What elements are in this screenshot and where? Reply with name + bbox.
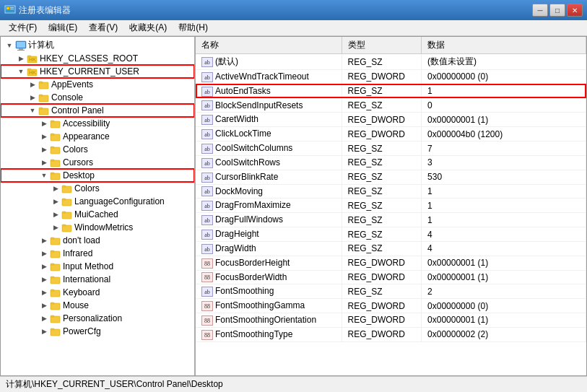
tree-item-dontload[interactable]: ▶ don't load xyxy=(1,234,194,247)
expand-btn[interactable]: ▶ xyxy=(38,274,50,285)
expand-btn[interactable]: ▶ xyxy=(38,157,50,168)
title-bar: 注册表编辑器 ─ □ ✕ xyxy=(0,0,587,20)
svg-rect-47 xyxy=(51,290,60,297)
table-row[interactable]: abCoolSwitchRowsREG_SZ3 xyxy=(196,155,586,170)
tree-item-personalization[interactable]: ▶ Personalization xyxy=(1,312,194,325)
expand-btn[interactable]: ▶ xyxy=(38,300,50,311)
expand-btn[interactable]: ▶ xyxy=(38,287,50,298)
expand-btn[interactable]: ▶ xyxy=(50,222,61,233)
table-row[interactable]: abDragFullWindowsREG_SZ1 xyxy=(196,213,586,227)
tree-item-desktop_colors[interactable]: ▶ Colors xyxy=(1,182,194,195)
table-container[interactable]: 名称 类型 数据 ab(默认)REG_SZ(数值未设置)abActiveWndT… xyxy=(196,37,586,375)
expand-btn[interactable]: ▶ xyxy=(38,261,50,272)
table-row[interactable]: abActiveWndTrackTimeoutREG_DWORD0x000000… xyxy=(196,70,586,84)
cell-type: REG_SZ xyxy=(342,84,421,98)
table-row[interactable]: abDockMovingREG_SZ1 xyxy=(196,184,586,199)
type-icon: ab xyxy=(201,287,213,297)
expand-btn[interactable]: ▼ xyxy=(15,66,27,77)
svg-rect-45 xyxy=(51,277,60,284)
tree-item-international[interactable]: ▶ International xyxy=(1,273,194,286)
menu-item[interactable]: 帮助(H) xyxy=(173,20,214,35)
table-row[interactable]: abDragFromMaximizeREG_SZ1 xyxy=(196,199,586,213)
tree-item-mouse[interactable]: ▶ Mouse xyxy=(1,299,194,312)
expand-btn[interactable]: ▶ xyxy=(50,196,61,207)
table-row[interactable]: 88FocusBorderWidthREG_DWORD0x00000001 (1… xyxy=(196,270,586,284)
tree-item-infrared[interactable]: ▶ Infrared xyxy=(1,247,194,260)
tree-item-label: Accessibility xyxy=(63,118,110,129)
tree-item-label: Personalization xyxy=(63,313,122,323)
expand-btn[interactable]: ▶ xyxy=(27,79,38,90)
table-row[interactable]: 88FontSmoothingGammaREG_DWORD0x00000000 … xyxy=(196,299,586,313)
expand-btn[interactable]: ▶ xyxy=(38,235,50,246)
expand-btn[interactable]: ▶ xyxy=(38,326,50,337)
expand-btn[interactable]: ▶ xyxy=(15,53,27,64)
tree-item-label: HKEY_CLASSES_ROOT xyxy=(40,53,138,64)
tree-item-computer[interactable]: ▼ 计算机 xyxy=(1,38,194,52)
tree-item-windowmetrics[interactable]: ▶ WindowMetrics xyxy=(1,221,194,234)
expand-btn[interactable]: ▶ xyxy=(38,144,50,155)
tree-item-appearance[interactable]: ▶ Appearance xyxy=(1,130,194,143)
tree-item-muicached[interactable]: ▶ MuiCached xyxy=(1,208,194,221)
svg-rect-24 xyxy=(51,134,54,135)
tree-item-label: don't load xyxy=(63,235,100,245)
tree-item-keyboard[interactable]: ▶ Keyboard xyxy=(1,286,194,299)
menu-item[interactable]: 收藏夹(A) xyxy=(123,20,173,35)
folder-icon: HK xyxy=(27,53,38,64)
table-row[interactable]: abClickLockTimeREG_DWORD0x000004b0 (1200… xyxy=(196,127,586,141)
cell-name: ab(默认) xyxy=(196,54,342,70)
cell-type: REG_DWORD xyxy=(342,70,421,84)
table-row[interactable]: abCursorBlinkRateREG_SZ530 xyxy=(196,170,586,184)
table-row[interactable]: 88FontSmoothingOrientationREG_DWORD0x000… xyxy=(196,313,586,328)
table-row[interactable]: abDragWidthREG_SZ4 xyxy=(196,241,586,256)
cell-data: 530 xyxy=(422,170,586,184)
cell-data: 0x00000002 (2) xyxy=(422,327,586,341)
tree-item-inputmethod[interactable]: ▶ Input Method xyxy=(1,260,194,273)
table-row[interactable]: 88FocusBorderHeightREG_DWORD0x00000001 (… xyxy=(196,256,586,270)
expand-btn[interactable]: ▶ xyxy=(38,248,50,259)
tree-item-label: Infrared xyxy=(63,248,92,258)
expand-btn[interactable]: ▶ xyxy=(38,118,50,129)
table-row[interactable]: abFontSmoothingREG_SZ2 xyxy=(196,284,586,299)
table-row[interactable]: ab(默认)REG_SZ(数值未设置) xyxy=(196,54,586,70)
tree-item-accessibility[interactable]: ▶ Accessibility xyxy=(1,117,194,130)
expand-btn[interactable]: ▶ xyxy=(27,92,38,103)
cell-data: 0x000004b0 (1200) xyxy=(422,127,586,141)
table-row[interactable]: abCoolSwitchColumnsREG_SZ7 xyxy=(196,141,586,156)
expand-btn[interactable]: ▶ xyxy=(50,209,61,220)
expand-btn[interactable]: ▼ xyxy=(27,105,38,116)
menu-item[interactable]: 查看(V) xyxy=(83,20,123,35)
svg-rect-2 xyxy=(6,7,9,9)
cell-name: abCoolSwitchColumns xyxy=(196,141,342,156)
tree-item-colors[interactable]: ▶ Colors xyxy=(1,143,194,156)
table-row[interactable]: abBlockSendInputResetsREG_SZ0 xyxy=(196,98,586,113)
registry-tree[interactable]: ▼ 计算机▶ HK HKEY_CLASSES_ROOT▼ HK HKEY_CUR… xyxy=(1,37,196,375)
table-row[interactable]: abCaretWidthREG_DWORD0x00000001 (1) xyxy=(196,113,586,127)
expand-btn[interactable]: ▼ xyxy=(38,170,50,181)
table-row[interactable]: abDragHeightREG_SZ4 xyxy=(196,227,586,242)
main-container: ▼ 计算机▶ HK HKEY_CLASSES_ROOT▼ HK HKEY_CUR… xyxy=(0,36,587,376)
expand-btn[interactable]: ▶ xyxy=(38,131,50,142)
tree-item-desktop[interactable]: ▼ Desktop xyxy=(1,169,194,182)
table-row[interactable]: 88FontSmoothingTypeREG_DWORD0x00000002 (… xyxy=(196,327,586,341)
maximize-button[interactable]: □ xyxy=(549,4,565,17)
tree-item-powercfg[interactable]: ▶ PowerCfg xyxy=(1,325,194,338)
type-icon: ab xyxy=(201,100,213,110)
tree-item-langconfig[interactable]: ▶ LanguageConfiguration xyxy=(1,195,194,208)
close-button[interactable]: ✕ xyxy=(567,4,583,17)
tree-item-appevents[interactable]: ▶ AppEvents xyxy=(1,78,194,91)
tree-item-controlpanel[interactable]: ▼ Control Panel xyxy=(1,104,194,117)
table-row[interactable]: abAutoEndTasksREG_SZ1 xyxy=(196,84,586,98)
menu-item[interactable]: 文件(F) xyxy=(3,20,43,35)
expand-btn[interactable]: ▶ xyxy=(38,313,50,324)
svg-rect-28 xyxy=(51,160,54,161)
svg-rect-32 xyxy=(62,186,66,187)
menu-item[interactable]: 编辑(E) xyxy=(43,20,83,35)
tree-item-hkcr[interactable]: ▶ HK HKEY_CLASSES_ROOT xyxy=(1,52,194,65)
minimize-button[interactable]: ─ xyxy=(532,4,548,17)
tree-item-cursors[interactable]: ▶ Cursors xyxy=(1,156,194,169)
tree-item-hkcu[interactable]: ▼ HK HKEY_CURRENT_USER xyxy=(1,65,194,78)
expand-btn[interactable]: ▶ xyxy=(50,183,61,194)
menu-bar: 文件(F)编辑(E)查看(V)收藏夹(A)帮助(H) xyxy=(0,20,587,36)
tree-item-console[interactable]: ▶ Console xyxy=(1,91,194,104)
expand-btn[interactable]: ▼ xyxy=(4,40,15,51)
